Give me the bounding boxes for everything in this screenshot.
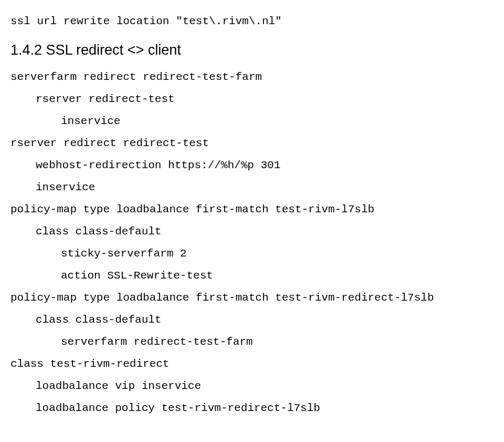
config-line: class class-default [10, 309, 504, 331]
config-line: class class-default [10, 221, 504, 243]
section-heading: 1.4.2 SSL redirect <> client [10, 36, 504, 64]
config-line: sticky-serverfarm 2 [10, 243, 504, 265]
config-line: serverfarm redirect-test-farm [10, 331, 504, 353]
config-line: serverfarm redirect redirect-test-farm [10, 66, 504, 88]
config-first-line: ssl url rewrite location "test\.rivm\.nl… [10, 11, 504, 33]
config-line: loadbalance policy test-rivm-redirect-l7… [10, 397, 504, 419]
config-line: inservice [10, 177, 504, 199]
config-line: class test-rivm-redirect [10, 353, 504, 375]
config-line: rserver redirect redirect-test [10, 132, 504, 155]
config-line: inservice [10, 110, 504, 132]
config-line: policy-map type loadbalance first-match … [10, 287, 504, 309]
config-line: policy-map type loadbalance first-match … [10, 199, 504, 221]
config-line: rserver redirect-test [10, 88, 504, 110]
config-line: action SSL-Rewrite-test [10, 265, 504, 287]
config-line: loadbalance vip inservice [10, 375, 504, 397]
config-line: webhost-redirection https://%h/%p 301 [10, 155, 504, 177]
